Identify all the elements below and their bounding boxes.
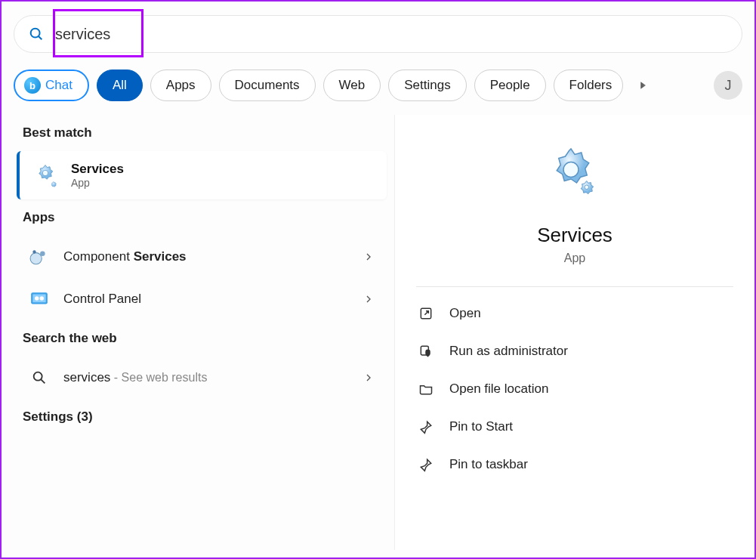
control-panel-icon	[29, 289, 50, 310]
result-label: Control Panel	[63, 292, 349, 307]
svg-point-10	[34, 372, 42, 381]
result-control-panel[interactable]: Control Panel	[17, 278, 387, 320]
filter-all[interactable]: All	[97, 69, 143, 101]
search-bar	[14, 15, 742, 53]
open-icon	[418, 305, 434, 322]
action-pin-start[interactable]: Pin to Start	[416, 408, 733, 446]
detail-subtitle: App	[564, 252, 585, 265]
detail-actions: Open Run as administrator Open file loca…	[416, 295, 733, 483]
filter-settings[interactable]: Settings	[388, 69, 466, 101]
search-icon	[29, 367, 50, 388]
svg-point-8	[35, 296, 39, 300]
folder-icon	[418, 381, 434, 397]
svg-point-4	[40, 251, 45, 256]
component-services-icon	[29, 246, 50, 267]
result-label: Component Services	[63, 249, 349, 264]
result-label: services - See web results	[63, 370, 349, 385]
search-input[interactable]	[55, 26, 728, 43]
chat-label: Chat	[45, 78, 73, 93]
filter-web[interactable]: Web	[323, 69, 381, 101]
filter-people[interactable]: People	[474, 69, 546, 101]
detail-title: Services	[537, 224, 613, 247]
chevron-right-icon	[363, 293, 375, 305]
more-filters-icon[interactable]	[631, 73, 655, 97]
divider	[416, 286, 733, 287]
action-open-location[interactable]: Open file location	[416, 370, 733, 408]
shield-icon	[418, 343, 434, 360]
results-panel: Best match Services App Apps	[2, 115, 394, 550]
services-gear-icon	[32, 162, 59, 189]
best-match-subtitle: App	[71, 177, 124, 189]
bing-chat-icon: b	[24, 77, 41, 94]
best-match-result[interactable]: Services App	[17, 151, 387, 199]
svg-line-1	[39, 36, 42, 39]
best-match-heading: Best match	[23, 125, 381, 141]
action-run-admin[interactable]: Run as administrator	[416, 332, 733, 370]
svg-point-2	[42, 170, 48, 176]
result-component-services[interactable]: Component Services	[17, 236, 387, 278]
search-web-heading: Search the web	[23, 331, 381, 346]
svg-point-12	[563, 162, 579, 178]
svg-point-5	[32, 250, 35, 253]
chevron-right-icon	[363, 372, 375, 384]
svg-point-3	[30, 253, 42, 264]
chat-pill[interactable]: b Chat	[14, 69, 89, 101]
svg-rect-7	[32, 295, 45, 303]
svg-point-9	[40, 296, 44, 300]
best-match-title: Services	[71, 162, 124, 177]
action-pin-taskbar[interactable]: Pin to taskbar	[416, 446, 733, 483]
result-web-search[interactable]: services - See web results	[17, 357, 387, 399]
filter-tabs: b Chat All Apps Documents Web Settings P…	[2, 53, 754, 115]
user-avatar[interactable]: J	[714, 71, 742, 100]
svg-point-13	[585, 185, 589, 190]
filter-apps[interactable]: Apps	[150, 69, 211, 101]
search-icon	[28, 26, 45, 42]
pin-icon	[418, 456, 434, 473]
pin-icon	[418, 418, 434, 435]
filter-folders[interactable]: Folders	[554, 69, 624, 101]
settings-heading: Settings (3)	[23, 409, 381, 425]
svg-line-11	[41, 379, 45, 383]
chevron-right-icon	[363, 251, 375, 263]
svg-point-0	[31, 29, 40, 38]
action-open[interactable]: Open	[416, 295, 733, 332]
filter-documents[interactable]: Documents	[219, 69, 316, 101]
services-gear-icon-large	[545, 145, 605, 205]
detail-panel: Services App Open Run as administrator	[394, 115, 754, 550]
apps-heading: Apps	[23, 210, 381, 225]
